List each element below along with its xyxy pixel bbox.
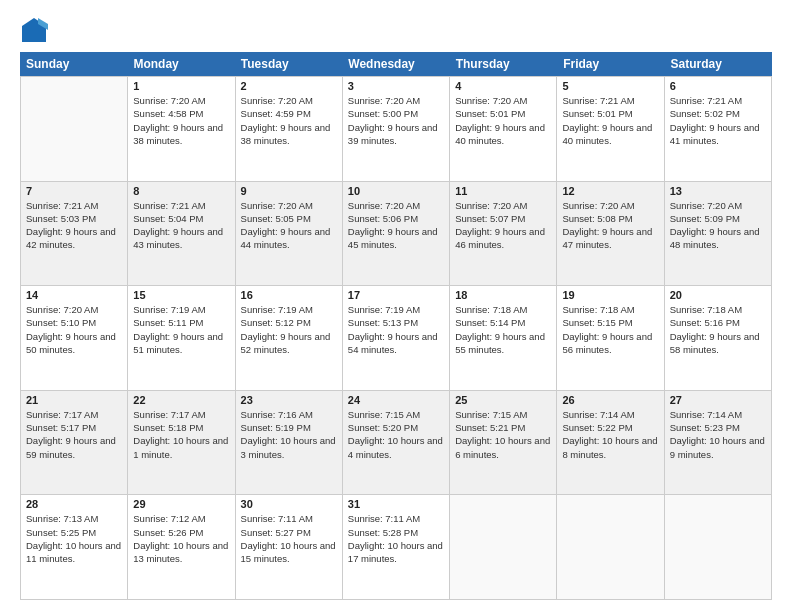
day-number: 18 — [455, 289, 551, 301]
calendar-cell: 8 Sunrise: 7:21 AM Sunset: 5:04 PM Dayli… — [128, 182, 235, 286]
calendar-cell: 19 Sunrise: 7:18 AM Sunset: 5:15 PM Dayl… — [557, 286, 664, 390]
daylight-line: Daylight: 9 hours and 48 minutes. — [670, 225, 766, 252]
calendar-cell — [21, 77, 128, 181]
calendar-cell: 13 Sunrise: 7:20 AM Sunset: 5:09 PM Dayl… — [665, 182, 772, 286]
calendar-cell: 21 Sunrise: 7:17 AM Sunset: 5:17 PM Dayl… — [21, 391, 128, 495]
calendar-cell: 7 Sunrise: 7:21 AM Sunset: 5:03 PM Dayli… — [21, 182, 128, 286]
day-number: 24 — [348, 394, 444, 406]
day-number: 5 — [562, 80, 658, 92]
calendar-cell: 3 Sunrise: 7:20 AM Sunset: 5:00 PM Dayli… — [343, 77, 450, 181]
sunset-line: Sunset: 5:27 PM — [241, 526, 337, 539]
daylight-line: Daylight: 9 hours and 43 minutes. — [133, 225, 229, 252]
daylight-line: Daylight: 9 hours and 39 minutes. — [348, 121, 444, 148]
daylight-line: Daylight: 9 hours and 42 minutes. — [26, 225, 122, 252]
sunset-line: Sunset: 5:23 PM — [670, 421, 766, 434]
col-friday: Friday — [557, 52, 664, 76]
day-number: 28 — [26, 498, 122, 510]
sunrise-line: Sunrise: 7:19 AM — [241, 303, 337, 316]
sunset-line: Sunset: 5:16 PM — [670, 316, 766, 329]
sunrise-line: Sunrise: 7:13 AM — [26, 512, 122, 525]
sunset-line: Sunset: 4:58 PM — [133, 107, 229, 120]
sunrise-line: Sunrise: 7:18 AM — [562, 303, 658, 316]
calendar-week-3: 14 Sunrise: 7:20 AM Sunset: 5:10 PM Dayl… — [20, 285, 772, 390]
daylight-line: Daylight: 9 hours and 38 minutes. — [241, 121, 337, 148]
sunrise-line: Sunrise: 7:20 AM — [348, 199, 444, 212]
day-number: 15 — [133, 289, 229, 301]
daylight-line: Daylight: 9 hours and 44 minutes. — [241, 225, 337, 252]
calendar-cell: 11 Sunrise: 7:20 AM Sunset: 5:07 PM Dayl… — [450, 182, 557, 286]
daylight-line: Daylight: 10 hours and 13 minutes. — [133, 539, 229, 566]
calendar-cell: 14 Sunrise: 7:20 AM Sunset: 5:10 PM Dayl… — [21, 286, 128, 390]
daylight-line: Daylight: 9 hours and 51 minutes. — [133, 330, 229, 357]
sunset-line: Sunset: 5:28 PM — [348, 526, 444, 539]
sunset-line: Sunset: 4:59 PM — [241, 107, 337, 120]
logo-icon — [20, 16, 48, 44]
calendar-cell: 10 Sunrise: 7:20 AM Sunset: 5:06 PM Dayl… — [343, 182, 450, 286]
calendar-cell: 29 Sunrise: 7:12 AM Sunset: 5:26 PM Dayl… — [128, 495, 235, 599]
calendar: Sunday Monday Tuesday Wednesday Thursday… — [20, 52, 772, 600]
calendar-week-4: 21 Sunrise: 7:17 AM Sunset: 5:17 PM Dayl… — [20, 390, 772, 495]
day-number: 12 — [562, 185, 658, 197]
sunset-line: Sunset: 5:19 PM — [241, 421, 337, 434]
sunrise-line: Sunrise: 7:21 AM — [562, 94, 658, 107]
sunset-line: Sunset: 5:10 PM — [26, 316, 122, 329]
sunset-line: Sunset: 5:26 PM — [133, 526, 229, 539]
sunrise-line: Sunrise: 7:12 AM — [133, 512, 229, 525]
sunset-line: Sunset: 5:25 PM — [26, 526, 122, 539]
sunrise-line: Sunrise: 7:11 AM — [348, 512, 444, 525]
daylight-line: Daylight: 10 hours and 15 minutes. — [241, 539, 337, 566]
sunset-line: Sunset: 5:01 PM — [455, 107, 551, 120]
sunrise-line: Sunrise: 7:19 AM — [133, 303, 229, 316]
calendar-week-5: 28 Sunrise: 7:13 AM Sunset: 5:25 PM Dayl… — [20, 494, 772, 600]
daylight-line: Daylight: 9 hours and 59 minutes. — [26, 434, 122, 461]
daylight-line: Daylight: 9 hours and 40 minutes. — [562, 121, 658, 148]
daylight-line: Daylight: 9 hours and 46 minutes. — [455, 225, 551, 252]
sunrise-line: Sunrise: 7:18 AM — [670, 303, 766, 316]
day-number: 7 — [26, 185, 122, 197]
sunrise-line: Sunrise: 7:20 AM — [133, 94, 229, 107]
calendar-cell: 18 Sunrise: 7:18 AM Sunset: 5:14 PM Dayl… — [450, 286, 557, 390]
sunrise-line: Sunrise: 7:20 AM — [455, 199, 551, 212]
sunset-line: Sunset: 5:05 PM — [241, 212, 337, 225]
sunrise-line: Sunrise: 7:20 AM — [670, 199, 766, 212]
daylight-line: Daylight: 9 hours and 40 minutes. — [455, 121, 551, 148]
calendar-cell: 22 Sunrise: 7:17 AM Sunset: 5:18 PM Dayl… — [128, 391, 235, 495]
calendar-cell: 25 Sunrise: 7:15 AM Sunset: 5:21 PM Dayl… — [450, 391, 557, 495]
sunset-line: Sunset: 5:22 PM — [562, 421, 658, 434]
calendar-cell: 16 Sunrise: 7:19 AM Sunset: 5:12 PM Dayl… — [236, 286, 343, 390]
sunrise-line: Sunrise: 7:14 AM — [562, 408, 658, 421]
sunset-line: Sunset: 5:08 PM — [562, 212, 658, 225]
col-saturday: Saturday — [665, 52, 772, 76]
sunrise-line: Sunrise: 7:20 AM — [241, 94, 337, 107]
day-number: 17 — [348, 289, 444, 301]
sunrise-line: Sunrise: 7:21 AM — [26, 199, 122, 212]
day-number: 31 — [348, 498, 444, 510]
sunrise-line: Sunrise: 7:19 AM — [348, 303, 444, 316]
calendar-cell: 28 Sunrise: 7:13 AM Sunset: 5:25 PM Dayl… — [21, 495, 128, 599]
calendar-cell: 1 Sunrise: 7:20 AM Sunset: 4:58 PM Dayli… — [128, 77, 235, 181]
calendar-cell: 24 Sunrise: 7:15 AM Sunset: 5:20 PM Dayl… — [343, 391, 450, 495]
calendar-cell: 31 Sunrise: 7:11 AM Sunset: 5:28 PM Dayl… — [343, 495, 450, 599]
calendar-cell: 2 Sunrise: 7:20 AM Sunset: 4:59 PM Dayli… — [236, 77, 343, 181]
col-tuesday: Tuesday — [235, 52, 342, 76]
sunrise-line: Sunrise: 7:15 AM — [348, 408, 444, 421]
calendar-cell: 27 Sunrise: 7:14 AM Sunset: 5:23 PM Dayl… — [665, 391, 772, 495]
calendar-cell: 23 Sunrise: 7:16 AM Sunset: 5:19 PM Dayl… — [236, 391, 343, 495]
sunrise-line: Sunrise: 7:20 AM — [455, 94, 551, 107]
calendar-cell: 26 Sunrise: 7:14 AM Sunset: 5:22 PM Dayl… — [557, 391, 664, 495]
daylight-line: Daylight: 10 hours and 11 minutes. — [26, 539, 122, 566]
calendar-cell — [450, 495, 557, 599]
day-number: 11 — [455, 185, 551, 197]
sunset-line: Sunset: 5:04 PM — [133, 212, 229, 225]
day-number: 10 — [348, 185, 444, 197]
day-number: 8 — [133, 185, 229, 197]
daylight-line: Daylight: 9 hours and 54 minutes. — [348, 330, 444, 357]
sunset-line: Sunset: 5:21 PM — [455, 421, 551, 434]
sunrise-line: Sunrise: 7:18 AM — [455, 303, 551, 316]
col-monday: Monday — [127, 52, 234, 76]
sunset-line: Sunset: 5:03 PM — [26, 212, 122, 225]
sunset-line: Sunset: 5:02 PM — [670, 107, 766, 120]
sunrise-line: Sunrise: 7:11 AM — [241, 512, 337, 525]
sunset-line: Sunset: 5:20 PM — [348, 421, 444, 434]
day-number: 21 — [26, 394, 122, 406]
